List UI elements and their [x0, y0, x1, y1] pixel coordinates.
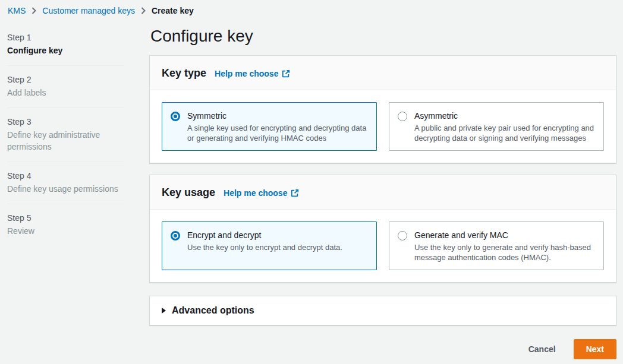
- step-title: Configure key: [7, 45, 124, 56]
- wizard-steps-sidebar: Step 1 Configure key Step 2 Add labels S…: [0, 17, 149, 359]
- external-link-icon: [282, 69, 290, 78]
- sidebar-step-add-labels[interactable]: Step 2 Add labels: [7, 66, 124, 108]
- step-number: Step 2: [7, 74, 124, 86]
- option-symmetric[interactable]: Symmetric A single key used for encrypti…: [162, 102, 377, 151]
- step-title: Define key administrative permissions: [7, 129, 124, 153]
- chevron-right-icon: [140, 7, 146, 14]
- breadcrumb-link-customer-managed-keys[interactable]: Customer managed keys: [42, 6, 135, 15]
- key-type-help-link[interactable]: Help me choose: [215, 69, 290, 78]
- next-button[interactable]: Next: [574, 339, 616, 359]
- advanced-options-toggle[interactable]: Advanced options: [150, 296, 616, 325]
- key-usage-title: Key usage: [162, 186, 215, 199]
- breadcrumb: KMS Customer managed keys Create key: [0, 0, 623, 17]
- option-label: Generate and verify MAC: [414, 229, 595, 241]
- option-generate-verify-mac[interactable]: Generate and verify MAC Use the key only…: [389, 221, 604, 270]
- radio-selected-icon[interactable]: [171, 112, 180, 121]
- key-type-options: Symmetric A single key used for encrypti…: [150, 90, 616, 163]
- help-link-label: Help me choose: [224, 188, 287, 198]
- option-label: Encrypt and decrypt: [187, 229, 342, 241]
- key-type-title: Key type: [162, 67, 206, 80]
- option-description: A public and private key pair used for e…: [414, 123, 595, 143]
- sidebar-step-review[interactable]: Step 5 Review: [7, 204, 124, 246]
- key-usage-header: Key usage Help me choose: [150, 175, 616, 210]
- step-number: Step 4: [7, 170, 124, 182]
- radio-unselected-icon[interactable]: [398, 112, 407, 121]
- main-content: Configure key Key type Help me choose Sy…: [149, 17, 623, 359]
- option-asymmetric[interactable]: Asymmetric A public and private key pair…: [389, 102, 604, 151]
- wizard-actions: Cancel Next: [149, 339, 616, 359]
- help-link-label: Help me choose: [215, 69, 278, 78]
- option-description: Use the key only to encrypt and decrypt …: [187, 242, 342, 252]
- breadcrumb-current: Create key: [152, 6, 194, 15]
- sidebar-step-usage-permissions[interactable]: Step 4 Define key usage permissions: [7, 162, 124, 204]
- step-title: Add labels: [7, 87, 124, 99]
- radio-selected-icon[interactable]: [171, 231, 180, 240]
- key-usage-options: Encrypt and decrypt Use the key only to …: [150, 210, 616, 282]
- step-number: Step 5: [7, 212, 124, 224]
- breadcrumb-link-kms[interactable]: KMS: [8, 6, 26, 15]
- option-description: Use the key only to generate and verify …: [414, 242, 595, 262]
- option-description: A single key used for encrypting and dec…: [187, 123, 368, 143]
- sidebar-step-admin-permissions[interactable]: Step 3 Define key administrative permiss…: [7, 108, 124, 162]
- key-usage-help-link[interactable]: Help me choose: [224, 188, 299, 198]
- step-title: Define key usage permissions: [7, 183, 124, 195]
- option-label: Asymmetric: [414, 110, 595, 122]
- step-title: Review: [7, 225, 124, 237]
- chevron-right-icon: [31, 7, 37, 14]
- option-label: Symmetric: [187, 110, 368, 122]
- advanced-options-title: Advanced options: [172, 305, 254, 316]
- radio-unselected-icon[interactable]: [398, 231, 407, 240]
- page-title: Configure key: [150, 27, 616, 46]
- key-type-header: Key type Help me choose: [150, 56, 616, 90]
- sidebar-step-configure-key[interactable]: Step 1 Configure key: [7, 24, 124, 66]
- advanced-options-card: Advanced options: [149, 296, 616, 325]
- key-usage-card: Key usage Help me choose Encrypt and dec…: [149, 175, 616, 283]
- external-link-icon: [291, 189, 299, 197]
- cancel-button[interactable]: Cancel: [528, 341, 556, 357]
- expand-caret-icon: [162, 308, 166, 314]
- key-type-card: Key type Help me choose Symmetric A sing…: [149, 55, 616, 163]
- step-number: Step 1: [7, 31, 124, 43]
- option-encrypt-decrypt[interactable]: Encrypt and decrypt Use the key only to …: [162, 221, 377, 270]
- step-number: Step 3: [7, 116, 124, 128]
